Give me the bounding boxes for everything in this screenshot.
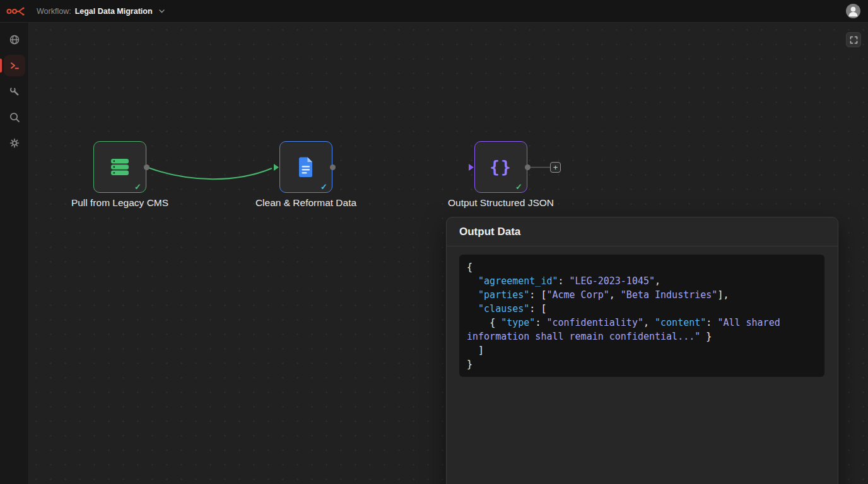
sidebar-item-dashboard[interactable] bbox=[4, 29, 25, 50]
output-port[interactable] bbox=[525, 164, 531, 170]
node-pull-legacy-cms[interactable] bbox=[93, 141, 146, 193]
sidebar-item-tools[interactable] bbox=[4, 81, 25, 102]
output-panel-title: Output Data bbox=[459, 226, 520, 238]
node-clean-reformat[interactable] bbox=[279, 141, 332, 193]
search-icon bbox=[9, 112, 20, 123]
globe-icon bbox=[9, 34, 20, 45]
node-label: Clean & Reformat Data bbox=[237, 197, 375, 209]
output-port[interactable] bbox=[330, 164, 336, 170]
status-check-icon bbox=[515, 182, 522, 192]
output-data-panel: Output Data { "agreement_id": "LEG-2023-… bbox=[446, 217, 838, 484]
fit-view-icon bbox=[849, 35, 859, 45]
sidebar bbox=[0, 23, 29, 484]
topbar: Workflow: Legal Data Migration bbox=[0, 0, 868, 23]
wrench-icon bbox=[9, 86, 20, 97]
node-label: Pull from Legacy CMS bbox=[50, 197, 189, 209]
sidebar-item-settings[interactable] bbox=[4, 132, 25, 154]
edge-arrow-purple bbox=[469, 164, 474, 171]
node-label: Output Structured JSON bbox=[431, 197, 570, 209]
user-avatar-button[interactable] bbox=[846, 4, 860, 18]
app-logo-icon[interactable] bbox=[6, 5, 28, 18]
workflow-name: Legal Data Migration bbox=[75, 7, 153, 16]
chevron-down-icon bbox=[159, 9, 165, 13]
curly-braces-icon: {} bbox=[490, 158, 512, 176]
database-icon bbox=[109, 156, 131, 178]
sidebar-item-search[interactable] bbox=[4, 107, 25, 128]
document-icon bbox=[296, 156, 315, 178]
workflow-canvas[interactable]: Pull from Legacy CMS Clean & Reformat Da… bbox=[29, 23, 868, 484]
add-node-button[interactable]: + bbox=[550, 162, 561, 173]
output-port[interactable] bbox=[144, 164, 150, 170]
output-panel-header: Output Data bbox=[447, 217, 838, 246]
edge-cms-to-clean bbox=[148, 168, 272, 179]
edge-arrow-green bbox=[274, 164, 279, 171]
user-icon bbox=[846, 4, 860, 18]
fit-view-button[interactable] bbox=[846, 32, 861, 47]
gear-icon bbox=[9, 137, 20, 149]
workflow-label: Workflow: bbox=[37, 7, 71, 16]
workflow-selector[interactable]: Workflow: Legal Data Migration bbox=[33, 4, 168, 18]
terminal-icon bbox=[9, 60, 20, 71]
sidebar-item-runs[interactable] bbox=[4, 55, 25, 76]
status-check-icon bbox=[320, 182, 327, 192]
output-json-code[interactable]: { "agreement_id": "LEG-2023-1045", "part… bbox=[459, 255, 824, 377]
status-check-icon bbox=[134, 182, 141, 192]
node-output-json[interactable]: {} bbox=[474, 141, 527, 193]
